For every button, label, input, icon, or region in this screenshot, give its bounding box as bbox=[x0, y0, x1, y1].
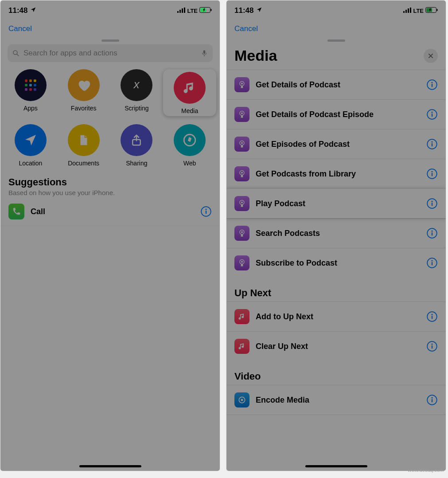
page-title: Media bbox=[234, 47, 277, 64]
svg-point-50 bbox=[432, 171, 433, 172]
svg-point-38 bbox=[241, 113, 243, 114]
svg-rect-17 bbox=[29, 88, 32, 91]
location-arrow-icon bbox=[15, 124, 47, 156]
info-icon[interactable] bbox=[426, 198, 438, 209]
svg-point-71 bbox=[432, 344, 433, 345]
action-encode-media[interactable]: Encode Media bbox=[226, 385, 446, 415]
info-icon[interactable] bbox=[426, 227, 438, 239]
sheet-grabber[interactable] bbox=[327, 39, 345, 42]
home-indicator[interactable] bbox=[305, 465, 367, 467]
svg-rect-31 bbox=[437, 9, 438, 11]
action-search-podcasts[interactable]: Search Podcasts bbox=[226, 218, 446, 248]
podcast-icon bbox=[234, 107, 249, 122]
suggestions-subtitle: Based on how you use your iPhone. bbox=[8, 189, 212, 196]
category-location[interactable]: Location bbox=[4, 124, 57, 167]
svg-point-60 bbox=[432, 231, 433, 232]
action-subscribe-podcast[interactable]: Subscribe to Podcast bbox=[226, 248, 446, 278]
info-icon[interactable] bbox=[426, 79, 438, 90]
info-icon[interactable] bbox=[426, 311, 438, 322]
category-label: Apps bbox=[23, 105, 38, 112]
svg-rect-36 bbox=[432, 84, 432, 87]
sheet-grabber[interactable] bbox=[101, 39, 119, 42]
action-play-podcast[interactable]: Play Podcast bbox=[226, 188, 446, 218]
podcast-icon bbox=[234, 226, 249, 241]
music-note-icon bbox=[174, 72, 206, 104]
action-get-details-episode[interactable]: Get Details of Podcast Episode bbox=[226, 99, 446, 129]
svg-rect-14 bbox=[29, 84, 32, 86]
info-icon[interactable] bbox=[426, 394, 438, 406]
section-upnext: Up Next bbox=[226, 278, 446, 302]
podcast-icon bbox=[234, 196, 249, 211]
nav-row: Cancel bbox=[226, 21, 446, 37]
signal-icon bbox=[403, 6, 411, 15]
svg-point-65 bbox=[432, 260, 433, 262]
svg-rect-46 bbox=[432, 143, 432, 147]
status-time: 11:48 bbox=[8, 6, 27, 15]
category-label: Favorites bbox=[71, 105, 97, 112]
category-label: Sharing bbox=[126, 160, 147, 167]
category-favorites[interactable]: Favorites bbox=[57, 69, 110, 116]
svg-point-40 bbox=[432, 112, 433, 113]
info-icon[interactable] bbox=[426, 257, 438, 269]
svg-point-76 bbox=[432, 397, 433, 399]
svg-point-35 bbox=[432, 82, 433, 83]
svg-rect-28 bbox=[410, 8, 411, 13]
search-placeholder: Search for apps and actions bbox=[23, 49, 197, 58]
cancel-button[interactable]: Cancel bbox=[8, 24, 32, 33]
info-icon[interactable] bbox=[426, 341, 438, 352]
info-icon[interactable] bbox=[426, 138, 438, 150]
carrier-label: LTE bbox=[413, 8, 424, 14]
info-icon[interactable] bbox=[426, 168, 438, 180]
action-label: Get Details of Podcast bbox=[256, 80, 426, 90]
category-label: Media bbox=[181, 107, 198, 114]
search-input[interactable]: Search for apps and actions bbox=[8, 44, 213, 62]
category-documents[interactable]: Documents bbox=[57, 124, 110, 167]
encode-icon bbox=[234, 392, 249, 407]
svg-rect-2 bbox=[182, 8, 183, 13]
podcast-icon bbox=[234, 137, 249, 152]
svg-point-7 bbox=[13, 51, 17, 55]
cancel-button[interactable]: Cancel bbox=[234, 24, 258, 33]
heart-icon bbox=[68, 69, 100, 101]
suggestion-call[interactable]: Call bbox=[0, 197, 220, 226]
svg-rect-77 bbox=[432, 399, 432, 403]
watermark: www.deuaq.com bbox=[408, 467, 444, 473]
battery-icon bbox=[425, 6, 438, 15]
podcast-icon bbox=[234, 77, 249, 92]
podcast-icon bbox=[234, 255, 249, 270]
action-add-upnext[interactable]: Add to Up Next bbox=[226, 302, 446, 331]
action-get-episodes[interactable]: Get Episodes of Podcast bbox=[226, 129, 446, 159]
svg-rect-13 bbox=[25, 84, 27, 86]
svg-point-48 bbox=[241, 172, 243, 174]
category-media[interactable]: Media bbox=[163, 69, 216, 116]
home-indicator[interactable] bbox=[79, 465, 141, 467]
action-get-details-podcast[interactable]: Get Details of Podcast bbox=[226, 70, 446, 99]
svg-rect-0 bbox=[177, 11, 179, 13]
svg-rect-24 bbox=[206, 211, 206, 214]
category-web[interactable]: Web bbox=[163, 124, 216, 167]
svg-rect-61 bbox=[432, 232, 432, 236]
svg-rect-69 bbox=[432, 316, 432, 319]
mic-icon[interactable] bbox=[200, 49, 208, 57]
close-button[interactable] bbox=[424, 49, 438, 63]
phone-icon bbox=[8, 204, 24, 219]
svg-text:x: x bbox=[133, 78, 140, 90]
category-apps[interactable]: Apps bbox=[4, 69, 57, 116]
svg-point-45 bbox=[432, 141, 433, 143]
svg-rect-10 bbox=[25, 79, 27, 82]
category-sharing[interactable]: Sharing bbox=[110, 124, 164, 167]
category-scripting[interactable]: x Scripting bbox=[110, 69, 164, 116]
carrier-label: LTE bbox=[187, 8, 198, 14]
suggestions-title: Suggestions bbox=[8, 176, 212, 188]
info-icon[interactable] bbox=[426, 109, 438, 120]
location-services-icon bbox=[30, 6, 36, 15]
svg-rect-26 bbox=[405, 10, 407, 13]
info-icon[interactable] bbox=[200, 206, 212, 217]
svg-line-8 bbox=[17, 54, 19, 56]
svg-rect-3 bbox=[184, 8, 185, 13]
media-header: Media bbox=[226, 44, 446, 70]
status-bar: 11:48 LTE bbox=[226, 0, 446, 21]
action-get-library[interactable]: Get Podcasts from Library bbox=[226, 159, 446, 188]
music-icon bbox=[234, 309, 249, 324]
action-clear-upnext[interactable]: Clear Up Next bbox=[226, 331, 446, 361]
